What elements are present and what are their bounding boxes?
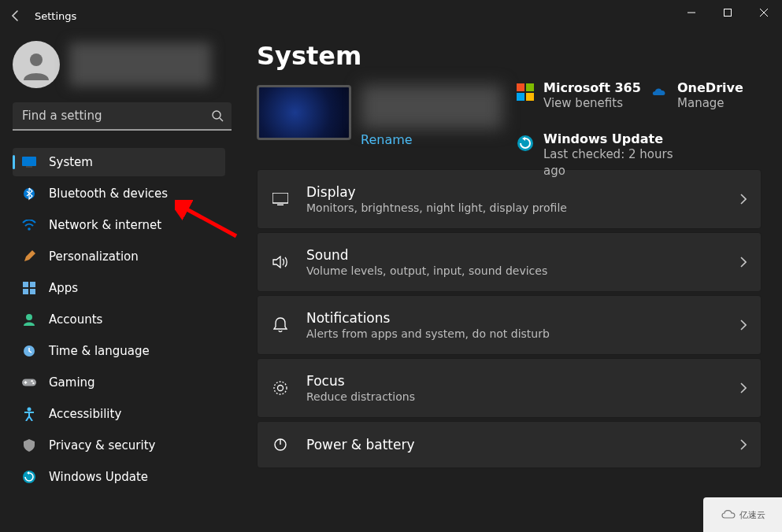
bluetooth-icon xyxy=(22,187,36,201)
svg-rect-21 xyxy=(526,83,534,91)
svg-point-8 xyxy=(28,227,31,231)
chevron-right-icon xyxy=(740,439,747,450)
row-title: Display xyxy=(306,184,740,200)
device-name-redacted xyxy=(361,85,502,129)
avatar xyxy=(13,41,60,88)
accounts-icon xyxy=(22,312,36,327)
accessibility-icon xyxy=(22,407,36,421)
svg-point-18 xyxy=(28,408,32,412)
nav-item-label: Network & internet xyxy=(49,218,161,232)
window-title: Settings xyxy=(35,10,76,22)
nav-item-time[interactable]: Time & language xyxy=(13,337,225,365)
svg-rect-22 xyxy=(517,93,524,101)
windows-update-icon xyxy=(517,135,534,152)
svg-point-13 xyxy=(26,314,32,320)
svg-rect-5 xyxy=(22,157,36,166)
svg-rect-6 xyxy=(26,166,32,168)
nav-item-personalization[interactable]: Personalization xyxy=(13,242,225,271)
setting-row-focus[interactable]: FocusReduce distractions xyxy=(257,358,762,418)
chevron-right-icon xyxy=(740,320,747,331)
row-sub: Alerts from apps and system, do not dist… xyxy=(306,327,740,340)
setting-row-power[interactable]: Power & battery xyxy=(257,421,762,468)
nav-item-label: Privacy & security xyxy=(49,438,155,453)
row-sub: Reduce distractions xyxy=(306,390,740,403)
svg-rect-12 xyxy=(30,289,35,294)
nav-item-label: Time & language xyxy=(49,344,150,358)
notifications-icon xyxy=(272,317,289,333)
apps-icon xyxy=(22,281,36,295)
svg-point-16 xyxy=(31,380,32,382)
search-icon xyxy=(211,109,224,122)
watermark: 亿速云 xyxy=(703,497,782,532)
maximize-button[interactable] xyxy=(710,0,746,25)
nav-item-accessibility[interactable]: Accessibility xyxy=(13,400,225,428)
svg-point-17 xyxy=(32,382,34,384)
nav-item-update[interactable]: Windows Update xyxy=(13,463,225,491)
setting-row-sound[interactable]: SoundVolume levels, output, input, sound… xyxy=(257,232,762,292)
chevron-right-icon xyxy=(740,194,747,205)
sound-icon xyxy=(272,256,289,268)
nav-item-system[interactable]: System xyxy=(13,148,225,176)
row-sub: Monitors, brightness, night light, displ… xyxy=(306,201,740,214)
row-title: Power & battery xyxy=(306,437,740,453)
nav-item-network[interactable]: Network & internet xyxy=(13,211,225,239)
svg-rect-1 xyxy=(725,9,732,17)
close-button[interactable] xyxy=(746,0,782,25)
nav-item-label: Apps xyxy=(49,281,78,295)
row-title: Sound xyxy=(306,247,740,263)
nav-item-apps[interactable]: Apps xyxy=(13,274,225,302)
service-m365[interactable]: Microsoft 365 View benefits xyxy=(517,80,650,111)
nav-item-bluetooth[interactable]: Bluetooth & devices xyxy=(13,179,225,208)
network-icon xyxy=(22,218,36,232)
privacy-icon xyxy=(22,438,36,453)
svg-point-3 xyxy=(213,111,221,119)
chevron-right-icon xyxy=(740,382,747,393)
svg-rect-10 xyxy=(30,282,35,287)
system-icon xyxy=(22,155,36,169)
personalization-icon xyxy=(22,249,36,264)
row-title: Notifications xyxy=(306,310,740,326)
m365-title: Microsoft 365 xyxy=(543,80,641,95)
m365-icon xyxy=(517,83,534,101)
page-title: System xyxy=(257,41,762,71)
onedrive-title: OneDrive xyxy=(677,80,743,95)
onedrive-sub: Manage xyxy=(677,95,743,111)
search-input[interactable] xyxy=(13,102,232,131)
svg-rect-25 xyxy=(272,193,288,203)
chevron-right-icon xyxy=(740,257,747,268)
svg-rect-20 xyxy=(517,83,524,91)
svg-point-27 xyxy=(274,382,287,394)
svg-rect-11 xyxy=(23,289,28,294)
nav-item-accounts[interactable]: Accounts xyxy=(13,305,225,334)
nav-item-label: System xyxy=(49,155,93,169)
titlebar: Settings xyxy=(0,0,782,31)
update-icon xyxy=(22,470,36,484)
rename-link[interactable]: Rename xyxy=(361,132,502,147)
svg-point-2 xyxy=(30,54,43,66)
setting-row-notifications[interactable]: NotificationsAlerts from apps and system… xyxy=(257,295,762,355)
nav-item-label: Personalization xyxy=(49,249,139,264)
sidebar: SystemBluetooth & devicesNetwork & inter… xyxy=(0,31,236,532)
display-icon xyxy=(272,193,289,205)
row-sub: Volume levels, output, input, sound devi… xyxy=(306,264,740,277)
nav-item-label: Bluetooth & devices xyxy=(49,187,168,201)
svg-rect-9 xyxy=(23,282,28,287)
main-panel: System Rename Microsoft 365 View benefit… xyxy=(236,31,782,532)
profile-info-redacted xyxy=(69,42,211,87)
service-onedrive[interactable]: OneDrive Manage xyxy=(650,80,776,111)
power-icon xyxy=(272,438,289,452)
gaming-icon xyxy=(22,375,36,390)
nav-item-gaming[interactable]: Gaming xyxy=(13,368,225,397)
device-thumbnail xyxy=(257,85,351,140)
profile-block[interactable] xyxy=(13,38,236,91)
nav-item-label: Accessibility xyxy=(49,407,121,421)
minimize-button[interactable] xyxy=(673,0,710,25)
back-button[interactable] xyxy=(0,0,32,31)
windows-update-sub: Last checked: 2 hours ago xyxy=(543,146,677,179)
svg-point-28 xyxy=(278,386,284,391)
nav-item-privacy[interactable]: Privacy & security xyxy=(13,431,225,460)
service-windows-update[interactable]: Windows Update Last checked: 2 hours ago xyxy=(517,131,776,179)
settings-list: DisplayMonitors, brightness, night light… xyxy=(257,169,762,468)
nav-list: SystemBluetooth & devicesNetwork & inter… xyxy=(13,148,236,491)
nav-item-label: Gaming xyxy=(49,375,95,390)
